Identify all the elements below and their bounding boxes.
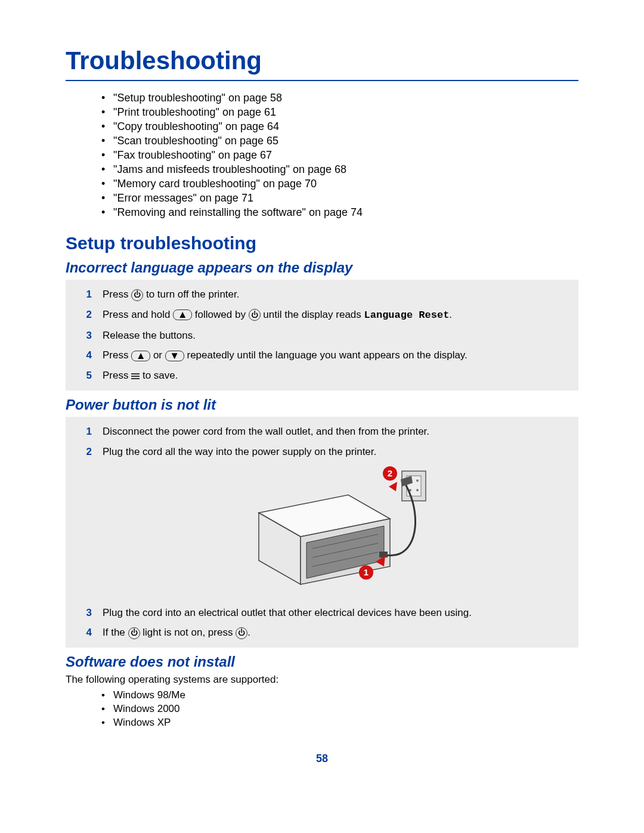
toc-item[interactable]: "Print troubleshooting" on page 61: [101, 106, 578, 119]
step: 3 Release the buttons.: [95, 326, 570, 346]
step-number: 4: [78, 348, 92, 363]
step-text: .: [449, 309, 452, 320]
toc-item[interactable]: "Error messages" on page 71: [101, 192, 578, 205]
diagram-badge: 2: [383, 466, 397, 481]
step: 4 Press ▲ or ▼ repeatedly until the lang…: [95, 345, 570, 366]
toc-item[interactable]: "Fax troubleshooting" on page 67: [101, 149, 578, 162]
step-text: Press: [103, 289, 131, 300]
os-list: Windows 98/Me Windows 2000 Windows XP: [66, 689, 578, 729]
list-item: Windows XP: [101, 717, 578, 729]
step-number: 2: [78, 308, 92, 322]
power-icon: ⏻: [131, 289, 143, 301]
step-text: Plug the cord all the way into the power…: [103, 446, 376, 457]
step-number: 1: [78, 425, 92, 439]
step-number: 4: [78, 625, 92, 640]
steps-block: 1 Press ⏻ to turn off the printer. 2 Pre…: [66, 280, 578, 391]
table-of-contents: "Setup troubleshooting" on page 58 "Prin…: [66, 92, 578, 219]
step-text: until the display reads: [261, 309, 364, 320]
title-divider: [66, 80, 578, 81]
subsection-heading: Power button is not lit: [66, 397, 578, 413]
step: 3 Plug the cord into an electrical outle…: [95, 603, 570, 623]
power-icon: ⏻: [128, 627, 140, 639]
step-number: 5: [78, 368, 92, 383]
toc-item[interactable]: "Removing and reinstalling the software"…: [101, 206, 578, 219]
document-page: Troubleshooting "Setup troubleshooting" …: [0, 0, 644, 833]
diagram-badge: 1: [359, 565, 373, 580]
list-item: Windows 2000: [101, 703, 578, 715]
subsection-heading: Incorrect language appears on the displa…: [66, 259, 578, 276]
step-text: repeatedly until the language you want a…: [184, 349, 467, 361]
step: 1 Disconnect the power cord from the wal…: [95, 422, 570, 442]
step-text: Release the buttons.: [103, 330, 196, 341]
step: 1 Press ⏻ to turn off the printer.: [95, 284, 570, 305]
toc-item[interactable]: "Scan troubleshooting" on page 65: [101, 135, 578, 147]
up-arrow-icon: ▲: [131, 351, 150, 361]
page-title: Troubleshooting: [66, 47, 578, 75]
display-text: Language Reset: [364, 309, 450, 321]
step-number: 3: [78, 329, 92, 343]
step-text: to save.: [140, 370, 178, 381]
step-text: or: [150, 349, 165, 361]
svg-point-3: [416, 479, 419, 482]
step: 2 Press and hold ▲ followed by ⏻ until t…: [95, 305, 570, 326]
step-text: light is not on, press: [140, 627, 236, 638]
svg-marker-15: [389, 482, 397, 491]
step-text: .: [247, 627, 250, 638]
step-number: 2: [78, 445, 92, 459]
step-number: 3: [78, 606, 92, 620]
step-text: Plug the cord into an electrical outlet …: [103, 607, 472, 618]
step-text: Press: [103, 349, 131, 361]
step: 2 Plug the cord all the way into the pow…: [95, 442, 570, 603]
step-text: to turn off the printer.: [143, 289, 239, 300]
step-text: followed by: [192, 309, 249, 320]
toc-item[interactable]: "Copy troubleshooting" on page 64: [101, 120, 578, 133]
toc-item[interactable]: "Setup troubleshooting" on page 58: [101, 92, 578, 104]
step-text: Press: [103, 370, 131, 381]
menu-icon: [131, 372, 140, 380]
intro-text: The following operating systems are supp…: [66, 674, 578, 686]
power-icon: ⏻: [236, 627, 247, 639]
section-heading: Setup troubleshooting: [66, 233, 578, 253]
list-item: Windows 98/Me: [101, 689, 578, 701]
toc-item[interactable]: "Memory card troubleshooting" on page 70: [101, 178, 578, 190]
svg-point-5: [416, 489, 419, 491]
step-text: If the: [103, 627, 128, 638]
step-text: Press and hold: [103, 309, 173, 320]
svg-rect-14: [379, 552, 388, 558]
step-text: Disconnect the power cord from the wall …: [103, 426, 429, 437]
up-arrow-icon: ▲: [173, 309, 192, 320]
down-arrow-icon: ▼: [165, 351, 184, 361]
subsection-heading: Software does not install: [66, 654, 578, 670]
steps-block: 1 Disconnect the power cord from the wal…: [66, 417, 578, 648]
printer-diagram: 2 1: [235, 465, 438, 596]
step-number: 1: [78, 287, 92, 302]
toc-item[interactable]: "Jams and misfeeds troubleshooting" on p…: [101, 163, 578, 176]
page-number: 58: [66, 753, 578, 765]
printer-svg: [235, 465, 438, 596]
power-icon: ⏻: [249, 309, 261, 321]
step: 4 If the ⏻ light is not on, press ⏻.: [95, 623, 570, 643]
step: 5 Press to save.: [95, 366, 570, 386]
